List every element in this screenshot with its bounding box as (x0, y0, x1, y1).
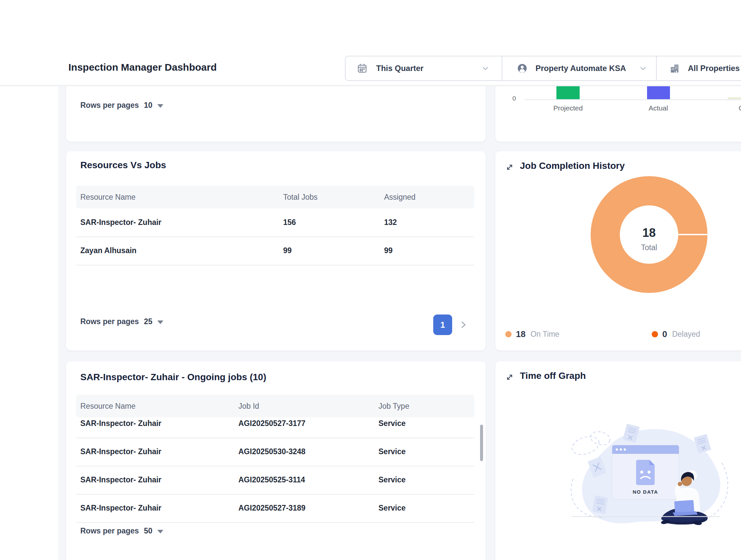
legend-value: 18 (516, 329, 526, 339)
dropdown-caret-icon (157, 104, 163, 108)
cell-job-type: Service (379, 466, 406, 494)
expand-icon[interactable] (505, 373, 514, 382)
dropdown-caret-icon (157, 320, 163, 324)
table-row: Zayan Alhusain 99 99 (76, 237, 474, 265)
rows-per-page-label: Rows per pages (80, 317, 139, 326)
page-title: Inspection Manager Dashboard (68, 62, 217, 73)
cell-job-type: Service (379, 417, 406, 437)
x-axis-label-projected: Projected (535, 104, 601, 112)
column-header-job-type: Job Type (379, 395, 409, 417)
rows-per-page-dropdown[interactable]: Rows per pages 25 (80, 317, 163, 326)
expand-icon[interactable] (505, 163, 514, 172)
cell-resource-name: SAR-Inspector- Zuhair (80, 417, 161, 437)
rows-per-page-value: 50 (144, 527, 152, 536)
job-completion-history-card: Job Completion History 18 Total 18 On Ti… (495, 151, 741, 350)
page-header: Inspection Manager Dashboard This Quarte… (0, 0, 741, 86)
time-off-graph-card: Time off Graph (495, 361, 741, 560)
donut-center-label: Total (622, 243, 676, 252)
chevron-down-icon (481, 64, 490, 73)
table-row: SAR-Inspector- Zuhair AGI20250530-3248 S… (76, 437, 474, 467)
cell-assigned: 99 (384, 237, 393, 265)
rows-per-page-dropdown[interactable]: Rows per pages 50 (80, 527, 163, 536)
legend-dot-delayed (652, 331, 658, 337)
rows-per-page-label: Rows per pages (80, 101, 139, 110)
main-content: Rows per pages 10 0 Projected Actual O R… (0, 86, 741, 560)
legend-label: Delayed (672, 330, 700, 339)
column-header-total-jobs: Total Jobs (283, 186, 318, 208)
card-title: Job Completion History (520, 161, 625, 171)
cell-assigned: 132 (384, 208, 397, 237)
cell-job-id: AGI20250530-3248 (239, 437, 306, 466)
laptop-icon (674, 500, 694, 513)
bar-actual (647, 86, 670, 99)
rows-per-page-label: Rows per pages (80, 527, 139, 536)
table-header-row (76, 395, 474, 417)
no-data-illustration: NO DATA ? (562, 423, 741, 526)
cell-job-id: AGI20250527-3189 (239, 494, 306, 522)
cell-resource-name: SAR-Inspector- Zuhair (80, 208, 161, 237)
legend-dot-on-time (505, 331, 512, 337)
chevron-down-icon (639, 64, 648, 73)
vertical-scrollbar-thumb[interactable] (480, 425, 483, 461)
inspection-manager-dashboard: { "page": { "title": "Inspection Manager… (0, 0, 741, 560)
sad-document-icon (636, 460, 655, 485)
rows-per-page-dropdown[interactable]: Rows per pages 10 (80, 101, 163, 110)
bar-chart (495, 86, 741, 115)
x-axis-line (525, 99, 741, 100)
legend-value: 0 (662, 329, 667, 339)
bar-projected (556, 86, 580, 99)
jobs-table-card-partial: Rows per pages 10 (66, 86, 486, 142)
filter-date-range[interactable]: This Quarter (346, 56, 501, 80)
filter-bar: This Quarter Property Automate KSA (345, 56, 741, 81)
cell-resource-name: SAR-Inspector- Zuhair (80, 494, 161, 522)
column-header-resource-name: Resource Name (80, 186, 135, 208)
donut-center-value: 18 (622, 226, 676, 240)
pagination-next-icon[interactable] (459, 319, 468, 331)
table-row: SAR-Inspector- Zuhair AGI20250527-3189 S… (76, 494, 474, 523)
cell-total-jobs: 156 (283, 208, 296, 237)
card-title: Resources Vs Jobs (80, 160, 166, 170)
filter-account-value: Property Automate KSA (536, 64, 626, 73)
resources-vs-jobs-card: Resources Vs Jobs Resource Name Total Jo… (66, 151, 486, 350)
legend-label: On Time (531, 330, 559, 339)
jobs-bar-chart-card-partial: 0 Projected Actual O (495, 86, 741, 142)
cell-resource-name: SAR-Inspector- Zuhair (80, 437, 161, 466)
column-header-job-id: Job Id (239, 395, 259, 417)
table-body-scroll-area[interactable]: SAR-Inspector- Zuhair AGI20250527-3177 S… (76, 417, 474, 527)
filter-properties[interactable]: All Properties (657, 56, 741, 80)
card-title: Time off Graph (520, 371, 586, 381)
y-axis-tick: 0 (502, 95, 516, 102)
rows-per-page-value: 10 (144, 101, 152, 110)
cell-job-id: AGI20250525-3114 (239, 466, 305, 494)
cell-job-id: AGI20250527-3177 (239, 417, 306, 437)
card-title: SAR-Inspector- Zuhair - Ongoing jobs (10… (80, 372, 266, 383)
pagination-page-1-button[interactable]: 1 (433, 315, 452, 335)
table-row: SAR-Inspector- Zuhair AGI20250525-3114 S… (76, 466, 474, 495)
cell-job-type: Service (379, 494, 406, 522)
calendar-icon (357, 63, 367, 74)
dropdown-caret-icon (157, 530, 163, 534)
x-axis-label-actual: Actual (625, 104, 691, 112)
cell-resource-name: Zayan Alhusain (80, 237, 136, 265)
cell-job-type: Service (379, 437, 406, 466)
filter-properties-value: All Properties (688, 64, 740, 73)
legend-on-time: 18 On Time (505, 329, 559, 339)
rows-per-page-value: 25 (144, 317, 152, 326)
sidebar-area (0, 86, 58, 560)
table-row: SAR-Inspector- Zuhair AGI20250527-3177 S… (76, 417, 474, 438)
cell-total-jobs: 99 (283, 237, 292, 265)
user-icon (517, 63, 528, 74)
filter-date-range-value: This Quarter (376, 64, 424, 73)
bar-edge-sliver (728, 97, 741, 99)
column-header-resource-name: Resource Name (80, 395, 135, 417)
x-axis-label-clipped: O (739, 104, 741, 112)
browser-window: NO DATA (612, 445, 679, 500)
no-data-label: NO DATA (633, 489, 658, 495)
filter-account[interactable]: Property Automate KSA (502, 56, 656, 80)
table-row: SAR-Inspector- Zuhair 156 132 (76, 208, 474, 237)
column-header-assigned: Assigned (384, 186, 416, 208)
ongoing-jobs-card: SAR-Inspector- Zuhair - Ongoing jobs (10… (66, 361, 486, 560)
building-icon (669, 63, 680, 74)
cell-resource-name: SAR-Inspector- Zuhair (80, 466, 161, 494)
legend-delayed: 0 Delayed (652, 329, 700, 339)
